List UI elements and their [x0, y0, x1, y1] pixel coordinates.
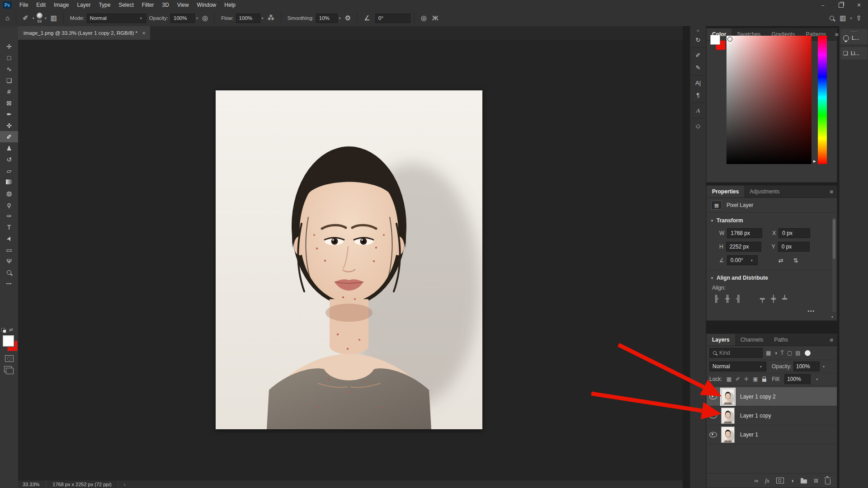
layer-fill-field[interactable]: 100%: [784, 374, 811, 384]
rectangular-marquee-tool[interactable]: □: [0, 52, 18, 63]
foreground-color-swatch[interactable]: [710, 35, 720, 45]
chevron-down-icon[interactable]: ▾: [815, 377, 819, 381]
layer-row[interactable]: Layer 1 copy: [707, 406, 837, 425]
new-group-icon[interactable]: [801, 479, 807, 483]
layer-opacity-field[interactable]: 100%: [793, 361, 820, 371]
chevron-down-icon[interactable]: ▾: [338, 16, 342, 20]
flow-field[interactable]: 100%: [236, 14, 260, 23]
lock-all-icon[interactable]: [762, 379, 766, 382]
lock-pixels-icon[interactable]: ✐: [736, 376, 740, 382]
saturation-brightness-field[interactable]: [726, 36, 811, 164]
chevron-down-icon[interactable]: ▾: [821, 365, 826, 369]
layer-name[interactable]: Layer 1 copy 2: [740, 394, 776, 400]
chevron-down-icon[interactable]: ▾: [195, 16, 199, 20]
tab-properties[interactable]: Properties: [707, 186, 744, 197]
pressure-size-icon[interactable]: ◎: [418, 10, 429, 26]
brush-angle-field[interactable]: 0°: [375, 14, 410, 23]
search-icon[interactable]: [827, 10, 837, 26]
panel-menu-icon[interactable]: ≡: [826, 334, 837, 346]
color-picker-marker[interactable]: [727, 37, 732, 42]
restore-button[interactable]: [832, 0, 850, 10]
zoom-level-field[interactable]: 33.33%: [18, 480, 46, 488]
layer-visibility-toggle[interactable]: [707, 413, 719, 418]
gradient-tool[interactable]: [0, 176, 18, 188]
gear-icon[interactable]: ⚙: [342, 10, 354, 26]
align-middle-vertical-icon[interactable]: ╪: [771, 295, 776, 302]
move-tool[interactable]: ✛: [0, 41, 18, 52]
layer-row[interactable]: Layer 1 copy 2: [707, 387, 837, 406]
layer-blend-mode-select[interactable]: Normal ▾: [709, 361, 766, 371]
crop-tool[interactable]: #: [0, 86, 18, 97]
panel-color-swatches[interactable]: [710, 35, 728, 53]
height-field[interactable]: 2252 px: [726, 242, 761, 252]
close-button[interactable]: ✕: [850, 0, 868, 10]
filter-adjustment-layers-icon[interactable]: ◑: [774, 350, 777, 356]
minimize-button[interactable]: –: [814, 0, 832, 10]
brush-tool[interactable]: ✐: [0, 131, 18, 142]
blend-mode-select[interactable]: Normal ▾: [87, 14, 146, 23]
align-right-icon[interactable]: ╢: [736, 295, 741, 302]
type-tool[interactable]: T: [0, 221, 18, 233]
width-field[interactable]: 1768 px: [727, 228, 762, 238]
x-field[interactable]: 0 px: [778, 228, 810, 238]
brush-settings-toggle-icon[interactable]: ▥: [48, 10, 60, 26]
eraser-tool[interactable]: ▱: [0, 165, 18, 176]
filter-type-layers-icon[interactable]: T: [781, 350, 784, 356]
align-section-header[interactable]: ▾ Align and Distribute: [707, 270, 837, 284]
transform-section-header[interactable]: ▾ Transform: [707, 213, 837, 226]
layer-thumbnail[interactable]: [721, 389, 735, 405]
opacity-field[interactable]: 100%: [170, 14, 195, 23]
chevron-down-icon[interactable]: ▾: [31, 16, 36, 20]
tab-layers[interactable]: Layers: [707, 334, 735, 346]
eyedropper-tool[interactable]: ✒: [0, 108, 18, 120]
brush-preset-picker[interactable]: 59: [37, 13, 42, 23]
filter-pixel-layers-icon[interactable]: ▦: [766, 350, 771, 356]
align-top-icon[interactable]: ╤: [760, 295, 765, 302]
clone-stamp-tool[interactable]: ♟: [0, 142, 18, 154]
zoom-tool[interactable]: [0, 267, 18, 278]
layer-thumbnail[interactable]: [721, 427, 735, 443]
pen-tool[interactable]: ✑: [0, 210, 18, 221]
menu-item[interactable]: Image: [50, 0, 73, 10]
link-layers-icon[interactable]: ∞: [755, 478, 759, 484]
document-canvas[interactable]: [216, 90, 482, 429]
filter-toggle[interactable]: [805, 350, 811, 356]
menu-item[interactable]: Type: [94, 0, 114, 10]
add-layer-mask-icon[interactable]: [776, 478, 784, 483]
layer-filter-select[interactable]: Kind: [709, 348, 763, 358]
align-bottom-icon[interactable]: ╧: [782, 295, 787, 302]
pressure-opacity-icon[interactable]: ◎: [199, 10, 211, 26]
status-chevron-icon[interactable]: ›: [118, 482, 131, 487]
quick-mask-mode-button[interactable]: [5, 355, 14, 362]
layer-visibility-toggle[interactable]: [707, 432, 719, 437]
chevron-down-icon[interactable]: ▾: [43, 16, 48, 20]
rectangle-tool[interactable]: ▭: [0, 244, 18, 255]
menu-item[interactable]: Edit: [32, 0, 50, 10]
brush-settings-panel-icon[interactable]: ✐: [690, 49, 706, 61]
scrollbar-thumb[interactable]: [833, 219, 835, 259]
panel-menu-icon[interactable]: ≡: [826, 186, 837, 197]
glyphs-panel-icon[interactable]: A: [690, 104, 706, 117]
blur-tool[interactable]: ◍: [0, 188, 18, 199]
layer-thumbnail[interactable]: [721, 408, 735, 424]
hand-tool[interactable]: Ψ: [0, 255, 18, 267]
more-options-icon[interactable]: •••: [707, 302, 837, 314]
layer-row[interactable]: Layer 1: [707, 425, 837, 444]
layer-style-icon[interactable]: fx: [765, 477, 769, 484]
lasso-tool[interactable]: ∿: [0, 63, 18, 75]
brushes-panel-icon[interactable]: ✎: [690, 61, 706, 74]
lock-transparency-icon[interactable]: ▦: [726, 376, 731, 382]
align-left-icon[interactable]: ╟: [714, 295, 719, 302]
path-selection-tool[interactable]: ➤: [0, 233, 18, 244]
spot-healing-brush-tool[interactable]: ✜: [0, 120, 18, 131]
airbrush-icon[interactable]: ⁂: [265, 10, 277, 26]
foreground-color-swatch[interactable]: [3, 335, 14, 347]
chevron-down-icon[interactable]: ▾: [260, 16, 265, 20]
dodge-tool[interactable]: ϙ: [0, 199, 18, 210]
menu-item[interactable]: Layer: [73, 0, 94, 10]
history-panel-icon[interactable]: ↻: [690, 34, 706, 46]
object-selection-tool[interactable]: ❏: [0, 75, 18, 86]
tab-adjustments[interactable]: Adjustments: [744, 186, 785, 197]
delete-layer-icon[interactable]: [825, 479, 830, 484]
properties-scrollbar[interactable]: [832, 217, 836, 312]
